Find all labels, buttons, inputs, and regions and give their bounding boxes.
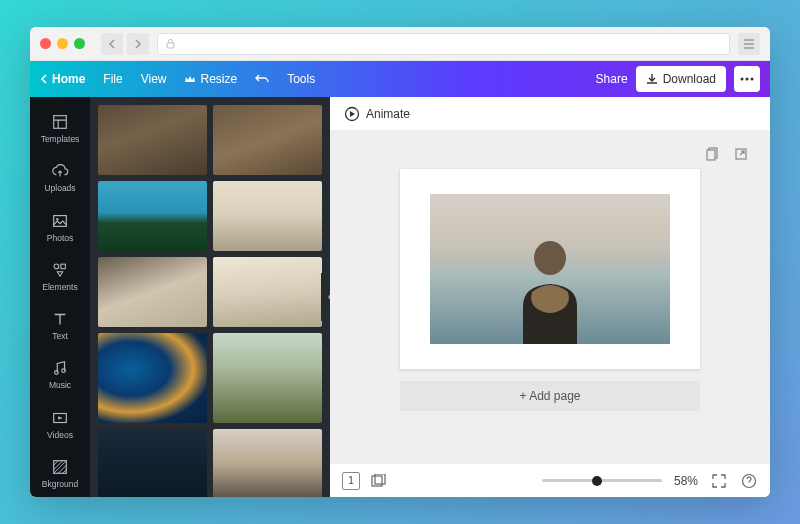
svg-point-9 bbox=[55, 371, 59, 375]
rail-label: Videos bbox=[47, 430, 73, 440]
download-icon bbox=[646, 73, 658, 85]
svg-point-7 bbox=[54, 264, 59, 269]
sidebar-item-templates[interactable]: Templates bbox=[30, 105, 90, 152]
svg-point-17 bbox=[534, 241, 566, 275]
pages-grid-button[interactable] bbox=[370, 472, 388, 490]
svg-point-6 bbox=[56, 218, 58, 220]
svg-rect-0 bbox=[167, 43, 174, 48]
app-toolbar: Home File View Resize Tools Share Downlo… bbox=[30, 61, 770, 97]
resize-button[interactable]: Resize bbox=[184, 72, 237, 86]
help-button[interactable] bbox=[740, 472, 758, 490]
share-button[interactable]: Share bbox=[596, 72, 628, 86]
file-menu[interactable]: File bbox=[103, 72, 122, 86]
rail-label: Music bbox=[49, 380, 71, 390]
svg-rect-8 bbox=[61, 264, 66, 269]
rail-label: Uploads bbox=[44, 183, 75, 193]
crown-icon bbox=[184, 74, 196, 84]
download-label: Download bbox=[663, 72, 716, 86]
collapse-panel-button[interactable] bbox=[321, 273, 330, 321]
animate-label: Animate bbox=[366, 107, 410, 121]
tools-menu[interactable]: Tools bbox=[287, 72, 315, 86]
svg-rect-5 bbox=[54, 215, 67, 226]
tools-label: Tools bbox=[287, 72, 315, 86]
maximize-light[interactable] bbox=[74, 38, 85, 49]
copy-icon bbox=[706, 147, 720, 161]
sidebar-item-music[interactable]: Music bbox=[30, 351, 90, 398]
hatch-icon bbox=[51, 458, 69, 476]
slider-handle[interactable] bbox=[592, 476, 602, 486]
bottom-bar: 1 58% bbox=[330, 463, 770, 497]
editor-viewport[interactable]: + Add page bbox=[330, 131, 770, 463]
close-light[interactable] bbox=[40, 38, 51, 49]
back-button[interactable] bbox=[101, 33, 123, 55]
fullscreen-button[interactable] bbox=[710, 472, 728, 490]
zoom-value[interactable]: 58% bbox=[674, 474, 698, 488]
sidebar-item-elements[interactable]: Elements bbox=[30, 253, 90, 300]
canvas-area: Animate bbox=[330, 97, 770, 497]
context-bar: Animate bbox=[330, 97, 770, 131]
photo-thumb[interactable] bbox=[98, 181, 207, 251]
photo-thumb[interactable] bbox=[213, 105, 322, 175]
expand-icon bbox=[712, 474, 726, 488]
download-button[interactable]: Download bbox=[636, 66, 726, 92]
file-label: File bbox=[103, 72, 122, 86]
photo-thumb[interactable] bbox=[98, 333, 207, 423]
sidebar-item-videos[interactable]: Videos bbox=[30, 401, 90, 448]
svg-point-2 bbox=[746, 78, 749, 81]
window-lights bbox=[40, 38, 85, 49]
undo-button[interactable] bbox=[255, 73, 269, 85]
nav-buttons bbox=[101, 33, 149, 55]
pages-icon bbox=[371, 474, 387, 488]
sidebar-item-uploads[interactable]: Uploads bbox=[30, 154, 90, 201]
rail-label: Elements bbox=[42, 282, 77, 292]
photo-thumb[interactable] bbox=[98, 429, 207, 497]
browser-menu-button[interactable] bbox=[738, 33, 760, 55]
zoom-slider[interactable] bbox=[542, 479, 662, 482]
photo-thumb[interactable] bbox=[213, 181, 322, 251]
photo-thumb[interactable] bbox=[98, 257, 207, 327]
photos-panel bbox=[90, 97, 330, 497]
undo-icon bbox=[255, 73, 269, 85]
photo-thumb[interactable] bbox=[98, 105, 207, 175]
photo-thumb[interactable] bbox=[213, 429, 322, 497]
open-page-button[interactable] bbox=[732, 145, 750, 163]
external-icon bbox=[734, 147, 748, 161]
forward-button[interactable] bbox=[127, 33, 149, 55]
duplicate-page-button[interactable] bbox=[704, 145, 722, 163]
svg-rect-15 bbox=[707, 150, 715, 160]
page-number: 1 bbox=[348, 475, 354, 486]
photo-thumb[interactable] bbox=[213, 257, 322, 327]
cloud-upload-icon bbox=[51, 162, 69, 180]
rail-label: Text bbox=[52, 331, 68, 341]
minimize-light[interactable] bbox=[57, 38, 68, 49]
rail-label: Photos bbox=[47, 233, 73, 243]
app-window: Home File View Resize Tools Share Downlo… bbox=[30, 27, 770, 497]
canvas-page[interactable] bbox=[400, 169, 700, 369]
page-indicator[interactable]: 1 bbox=[342, 472, 360, 490]
photo-thumb[interactable] bbox=[213, 333, 322, 423]
bottom-right: 58% bbox=[542, 472, 758, 490]
home-button[interactable]: Home bbox=[40, 72, 85, 86]
sidebar-item-text[interactable]: Text bbox=[30, 302, 90, 349]
bottom-left: 1 bbox=[342, 472, 388, 490]
workspace: Templates Uploads Photos Elements Text M… bbox=[30, 97, 770, 497]
placed-image[interactable] bbox=[430, 194, 670, 344]
music-icon bbox=[51, 359, 69, 377]
person-silhouette bbox=[505, 234, 595, 344]
svg-rect-4 bbox=[54, 116, 67, 129]
add-page-button[interactable]: + Add page bbox=[400, 381, 700, 411]
animate-button[interactable]: Animate bbox=[366, 107, 410, 121]
svg-point-1 bbox=[741, 78, 744, 81]
more-button[interactable] bbox=[734, 66, 760, 92]
play-icon bbox=[51, 409, 69, 427]
animate-icon bbox=[344, 106, 360, 122]
svg-point-10 bbox=[62, 369, 66, 373]
address-bar[interactable] bbox=[157, 33, 730, 55]
svg-point-3 bbox=[751, 78, 754, 81]
sidebar-item-photos[interactable]: Photos bbox=[30, 204, 90, 251]
view-menu[interactable]: View bbox=[141, 72, 167, 86]
sidebar-item-bkground[interactable]: Bkground bbox=[30, 450, 90, 497]
rail-label: Templates bbox=[41, 134, 80, 144]
text-icon bbox=[51, 310, 69, 328]
dots-icon bbox=[740, 77, 754, 81]
